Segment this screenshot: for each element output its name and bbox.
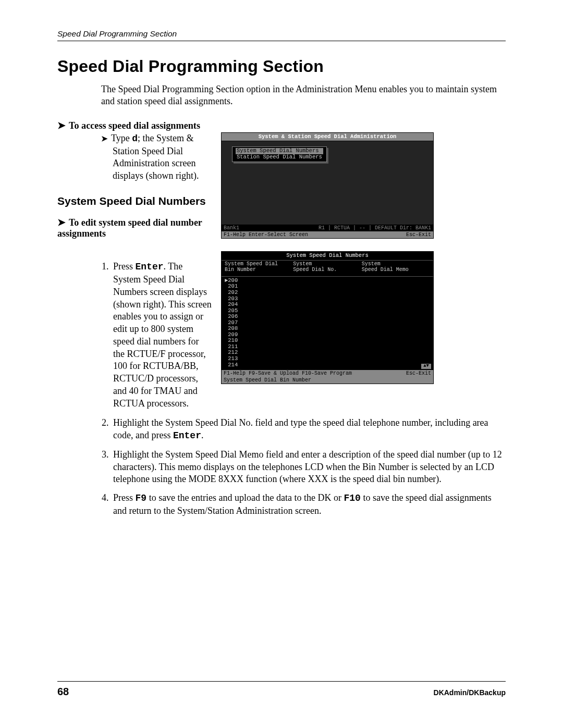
edit-heading: ➤To edit system speed dial number assign… — [57, 216, 212, 239]
ss1-menu: System Speed Dial Numbers Station Speed … — [232, 146, 327, 162]
scroll-indicator-icon: ▲▼ — [421, 364, 431, 369]
page-title: Speed Dial Programming Section — [57, 57, 506, 76]
bin-row: 209 — [225, 332, 430, 338]
ss2-col2: System Speed Dial No. — [293, 261, 361, 273]
bin-row: ►200 — [225, 278, 430, 284]
ss1-title: System & Station Speed Dial Administrati… — [222, 133, 433, 142]
key-enter: Enter — [173, 430, 201, 441]
ss2-help-left: F1-Help F9-Save & Upload F10-Save Progra… — [224, 371, 352, 376]
arrow-icon: ➤ — [57, 120, 66, 131]
ss2-help-right: Esc-Exit — [406, 371, 431, 376]
bin-row: 207 — [225, 320, 430, 326]
bin-row: 213 — [225, 356, 430, 362]
bin-row: 202 — [225, 290, 430, 296]
arrow-icon: ➤ — [101, 134, 108, 143]
ss1-help-right: Esc-Exit — [406, 232, 431, 238]
key-enter: Enter — [136, 262, 164, 272]
key-d: d — [132, 133, 138, 144]
ss2-column-headers: System Speed Dial Bin Number System Spee… — [222, 261, 433, 274]
ss2-col1: System Speed Dial Bin Number — [225, 261, 293, 273]
step-3: Highlight the System Speed Dial Memo fie… — [111, 449, 506, 486]
bin-row: 210 — [225, 338, 430, 344]
bin-row: 214 — [225, 362, 430, 368]
step-1: Press Enter. The System Speed Dial Numbe… — [111, 261, 212, 410]
ss1-status-right: R1 | RCTUA | -- | DEFAULT Dir: BANK1 — [319, 225, 431, 231]
key-f9: F9 — [136, 493, 147, 503]
ss2-title: System Speed Dial Numbers — [222, 252, 433, 261]
bin-row: 201 — [225, 283, 430, 290]
bin-row: 203 — [225, 296, 430, 302]
bin-row: 212 — [225, 350, 430, 356]
bin-row: 211 — [225, 344, 430, 350]
access-sub-bullet: ➤Type d; the System & Station Speed Dial… — [101, 132, 212, 182]
document-id: DKAdmin/DKBackup — [434, 688, 506, 697]
menu-item-station-speed-dial: Station Speed Dial Numbers — [236, 154, 323, 161]
bin-row: 205 — [225, 308, 430, 314]
system-speed-dial-screenshot: System Speed Dial Numbers System Speed D… — [221, 251, 434, 384]
h2-system-speed-dial-numbers: System Speed Dial Numbers — [57, 195, 212, 207]
step-2: Highlight the System Speed Dial No. fiel… — [111, 417, 506, 442]
ss1-help-left: F1-Help Enter-Select Screen — [224, 232, 308, 238]
key-f10: F10 — [344, 493, 361, 503]
bin-row: 206 — [225, 314, 430, 320]
header-rule — [57, 41, 506, 41]
footer-rule — [57, 681, 506, 682]
page-number: 68 — [57, 686, 69, 698]
bin-row: 208 — [225, 326, 430, 332]
intro-paragraph: The Speed Dial Programming Section optio… — [101, 83, 506, 108]
running-header: Speed Dial Programming Section — [57, 29, 506, 39]
step-4: Press F9 to save the entries and upload … — [111, 492, 506, 517]
arrow-icon: ➤ — [57, 217, 66, 228]
admin-menu-screenshot: System & Station Speed Dial Administrati… — [221, 132, 434, 239]
bin-row: 204 — [225, 302, 430, 308]
ss2-col3: System Speed Dial Memo — [362, 261, 430, 273]
ss2-hint: System Speed Dial Bin Number — [224, 377, 311, 383]
access-heading: ➤To access speed dial assignments — [57, 119, 506, 131]
access-heading-text: To access speed dial assignments — [69, 120, 200, 131]
ss1-status-left: Bank1 — [224, 225, 239, 231]
